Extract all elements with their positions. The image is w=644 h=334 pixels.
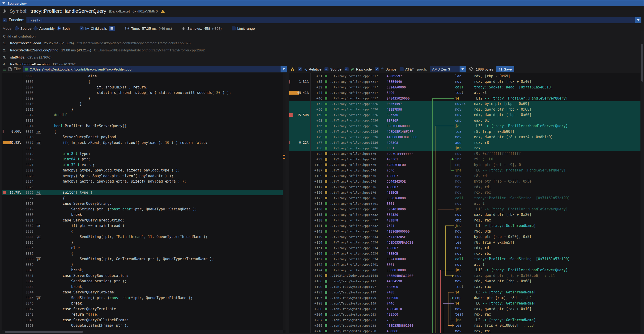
source-location[interactable]: ..t\TracyProfiler.hpp:676 [330,180,386,183]
source-location[interactable]: ..t\TracyProfiler.hpp:676 [330,185,386,189]
source-line-row[interactable]: 3325 [2,184,286,190]
asm-instruction-row[interactable]: +128..t\TracyProfiler.cpp:3401B001moval,… [289,201,640,207]
source-line-row[interactable]: 3338@1 SendString( ptr, GetThreadName( p… [2,256,286,262]
collapse-triangle-icon[interactable] [2,2,5,4]
source-location[interactable]: ..t\TracyProfiler.hpp:676 [330,169,386,172]
asm-group-annotation[interactable]: @1 [36,296,41,300]
asm-instruction-row[interactable]: +179..1103\include\atomic:1048488B05B63C… [289,273,640,279]
asm-instruction-row[interactable]: +143..t\TracyProfiler.cpp:333441B90B0000… [289,229,640,234]
asm-instruction-row[interactable]: +207..mon\TracySystem.cpp:20375F2jne.L2 … [289,317,640,323]
asm-instruction-row[interactable]: +167..t\TracyProfiler.cpp:3334E824160000… [289,256,640,262]
source-location[interactable]: ..t\TracyProfiler.hpp:676 [330,196,386,200]
source-line-row[interactable]: 3339 } [2,262,286,268]
source-line-row[interactable]: 3320 uint64_t ptr; [2,157,286,162]
asm-instruction-row[interactable]: +135..t\TracyProfiler.cpp:33328B4320move… [289,212,640,218]
asm-instruction-row[interactable]: +200..mon\TracySystem.cpp:203488B4010mov… [289,306,640,312]
asm-instruction-row[interactable]: +56..t\TracyProfiler.cpp:3326488B7D98mov… [289,107,640,112]
source-location[interactable]: ..t\TracyProfiler.cpp:3334 [330,257,386,261]
source-location[interactable]: ..mon\TracySystem.cpp:197 [330,280,386,283]
asm-instruction-row[interactable]: +172..t\TracyProfiler.cpp:3401B001moval,… [289,262,640,268]
function-combo[interactable]: [ - self - ] [26,17,642,23]
source-location[interactable]: ..t\TracyProfiler.hpp:676 [330,174,386,178]
source-line-row[interactable]: 3321 uint32_t extra; [2,162,286,168]
relative-checkbox[interactable]: Relative [298,67,322,71]
asm-instruction-row[interactable]: +99..t\TracyProfiler.hpp:67649FFC1incr9 … [289,157,640,162]
source-line-row[interactable]: 3324 memcpy( &extra, &payload.extra, siz… [2,179,286,184]
child-call-row[interactable]: 4.KeSynchronizeExecution125 µs (0.27%) [3,61,644,65]
source-location[interactable]: ..t\TracyProfiler.cpp:3334 [330,252,386,255]
source-location[interactable]: ..mon\TracySystem.cpp:199 [330,296,386,300]
function-checkbox[interactable] [2,18,6,22]
source-location[interactable]: ..mon\TracySystem.cpp:203 [330,318,386,322]
asm-group-annotation[interactable]: @1 [36,257,41,261]
asm-instruction-row[interactable]: 45.41%+44..t\TracyProfiler.cpp:331784C0t… [289,90,640,96]
source-line-row[interactable]: 3335 } [2,240,286,245]
source-location[interactable]: ..t\TracyProfiler.cpp:3334 [330,229,386,233]
asm-instruction-row[interactable]: +72..t\TracyProfiler.cpp:33264C8D05F146F… [289,129,640,135]
source-line-row[interactable]: 3309 } [2,96,286,101]
asm-instruction-row[interactable]: +164..t\TracyProfiler.cpp:3334488BCBmovr… [289,251,640,256]
source-line-row[interactable]: 3316 ServerQueryPacket payload; [2,135,286,140]
source-horizontal-scrollbar[interactable] [2,330,283,333]
window-vertical-scrollbar[interactable] [641,31,644,333]
asm-instruction-row[interactable]: +92..t\TracyProfiler.hpp:67649C7C1FFFFFF… [289,151,640,157]
file-combo[interactable]: C:\Users\wolf\Desktop\darkrl\contrib\tra… [23,66,287,72]
radio-assembly[interactable]: Assembly [34,26,54,30]
source-location[interactable]: ..t\TracyProfiler.cpp:3332 [330,213,386,216]
asm-instruction-row[interactable]: +204..mon\TracySystem.cpp:2034885C0testr… [289,312,640,318]
asm-instruction-row[interactable]: +52..t\TracyProfiler.cpp:33260FB64597mov… [289,101,640,107]
source-line-row[interactable]: 3337 { [2,251,286,256]
source-location[interactable]: ..t\TracyProfiler.cpp:3317 [330,85,386,89]
source-line-row[interactable]: 3322 memcpy( &type, &payload.type, sizeo… [2,168,286,173]
source-line-row[interactable]: 0.66%3315@7 { [2,129,286,135]
source-line-row[interactable]: 3313 [2,118,286,123]
source-line-row[interactable]: 3310 } [2,101,286,107]
asm-instruction-row[interactable]: +138..t\TracyProfiler.cpp:3332483BF8cmpr… [289,217,640,223]
source-line-row[interactable]: 3348 return false; [2,312,286,318]
scrollbar-thumb[interactable] [641,44,643,82]
asm-instruction-row[interactable]: +186..mon\TracySystem.cpp:197448B4598mov… [289,279,640,284]
source-line-row[interactable]: 3323 memcpy( &ptr, &payload.ptr, sizeof(… [2,173,286,179]
source-location[interactable]: ..mon\TracySystem.cpp:203 [330,313,386,316]
asm-instruction-row[interactable]: +102..t\TracyProfiler.hpp:67642803C0F00c… [289,162,640,168]
source-location[interactable]: ..t\TracyProfiler.cpp:3334 [330,246,386,250]
asm-instruction-row[interactable]: +149..t\TracyProfiler.cpp:3334C64424205F… [289,234,640,240]
asm-instruction-row[interactable]: +117..t\TracyProfiler.hpp:676488BD7movrd… [289,184,640,190]
jumps-checkbox[interactable]: Jumps [375,67,396,71]
source-checkbox[interactable]: Source [324,67,342,71]
asm-instruction-row[interactable]: +107..t\TracyProfiler.hpp:67675F6jne.L0 … [289,168,640,173]
source-line-row[interactable]: 3327 { [2,195,286,201]
asm-instruction-row[interactable]: +79..t\TracyProfiler.cpp:3326418B8C80E0B… [289,135,640,140]
att-checkbox[interactable]: AT&T [400,67,414,71]
asm-instruction-row[interactable]: +112..t\TracyProfiler.hpp:676C64424205Em… [289,179,640,184]
source-location[interactable]: ..t\TracyProfiler.cpp:3332 [330,218,386,222]
source-line-row[interactable]: 3306 { [2,79,286,85]
source-location[interactable]: ..mon\TracySystem.cpp:258 [330,324,386,328]
child-calls-list-button[interactable] [109,26,115,31]
combo-arrow-icon[interactable] [460,66,466,72]
source-line-row[interactable]: 3346 break; [2,301,286,306]
source-location[interactable]: ..mon\TracySystem.cpp:197 [330,291,386,294]
source-location[interactable]: ..t\TracyProfiler.cpp:3326 [330,113,386,117]
source-location[interactable]: ..t\TracyProfiler.hpp:676 [330,191,386,194]
source-line-row[interactable]: 3347 case ServerQueryTerminate: [2,306,286,312]
asm-instruction-row[interactable]: +198..mon\TracySystem.cpp:199744Cje.L6 -… [289,301,640,306]
source-location[interactable]: ..t\TracyProfiler.cpp:3326 [330,141,386,144]
asm-group-annotation[interactable]: @7 [36,130,41,134]
source-location[interactable]: ..t\TracyProfiler.hpp:676 [330,152,386,156]
combo-arrow-icon[interactable] [280,66,287,72]
warning-icon[interactable] [160,9,165,13]
source-line-row[interactable]: 3341 case ServerQuerySourceLocation: [2,273,286,279]
asm-instruction-row[interactable]: +66..t\TracyProfiler.cpp:33260F87CE06000… [289,123,640,129]
asm-instruction-row[interactable]: +39..t\TracyProfiler.cpp:3317E824AA0000c… [289,84,640,90]
source-location[interactable]: ..t\TracyProfiler.cpp:3326 [330,102,386,106]
source-location[interactable]: ..t\TracyProfiler.cpp:3326 [330,108,386,111]
combo-arrow-icon[interactable] [635,17,642,23]
asm-instruction-row[interactable]: +130..t\TracyProfiler.cpp:3401E9E4010000… [289,206,640,212]
asm-instruction-row[interactable]: +174..t\TracyProfiler.cpp:3401E9B8010000… [289,268,640,273]
source-location[interactable]: ..t\TracyProfiler.cpp:3401 [330,268,386,272]
source-location[interactable]: ..t\TracyProfiler.cpp:3326 [330,130,386,133]
source-location[interactable]: ..t\TracyProfiler.hpp:676 [330,158,386,161]
source-location[interactable]: ..t\TracyProfiler.cpp:3317 [330,96,386,100]
asm-group-annotation[interactable]: @9 [36,191,41,195]
